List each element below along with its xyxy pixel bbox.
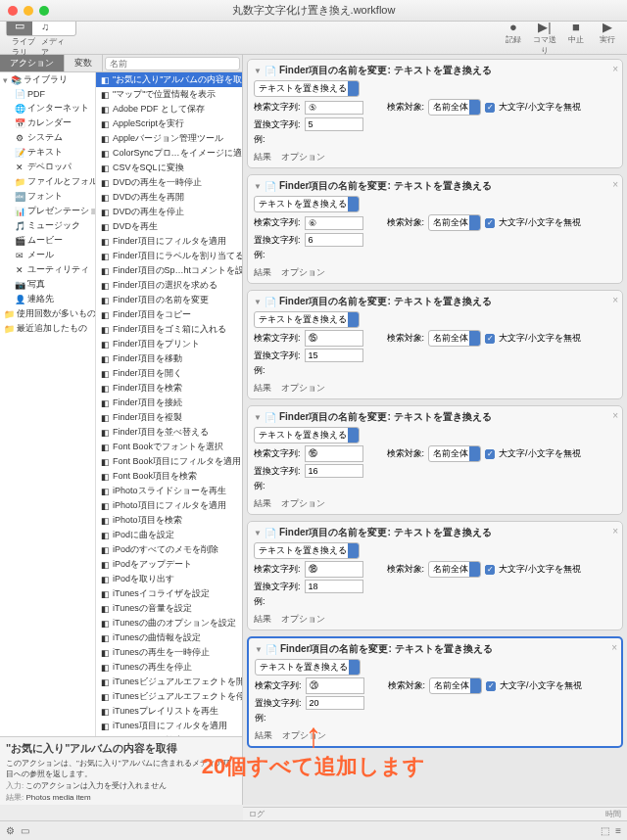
mode-select[interactable]: テキストを置き換える [254, 542, 360, 559]
action-item[interactable]: ◧ColorSyncプロ…をイメージに適用 [96, 146, 242, 161]
list-item[interactable]: 📅カレンダー [0, 116, 95, 130]
action-item[interactable]: ◧Finder項目をプリント [96, 337, 242, 351]
action-item[interactable]: ◧Finder項目をゴミ箱に入れる [96, 322, 242, 337]
action-item[interactable]: ◧Finder項目を接続 [96, 396, 242, 410]
action-item[interactable]: ◧iTunesの曲のオプションを設定 [96, 616, 242, 630]
options-button[interactable]: オプション [281, 266, 325, 279]
flow-icon[interactable]: ⬚ [601, 825, 609, 836]
action-item[interactable]: ◧Finder項目を開く [96, 366, 242, 381]
action-item[interactable]: ◧iTunesの再生を停止 [96, 660, 242, 675]
list-item[interactable]: 📊プレゼンテーション [0, 204, 95, 218]
replace-input[interactable]: 6 [305, 233, 363, 247]
list-item[interactable]: 📁最近追加したもの [0, 321, 95, 336]
action-item[interactable]: ◧Font Bookでフォントを選択 [96, 440, 242, 454]
mode-select[interactable]: テキストを置き換える [254, 196, 360, 212]
tab-variable[interactable]: 変数 [65, 55, 103, 71]
action-item[interactable]: ◧iPhoto項目を検索 [96, 513, 242, 528]
find-input[interactable]: ⑤ [305, 101, 363, 115]
target-select[interactable]: 名前全体 [428, 330, 481, 347]
action-item[interactable]: ◧iPhoto項目にフィルタを適用 [96, 498, 242, 513]
action-item[interactable]: ◧Finder項目を移動 [96, 351, 242, 366]
close-icon[interactable]: × [612, 295, 618, 305]
result-button[interactable]: 結果 [255, 729, 272, 742]
target-select[interactable]: 名前全体 [429, 677, 482, 694]
replace-input[interactable]: 5 [305, 117, 363, 131]
action-item[interactable]: ◧Finder項目を複製 [96, 410, 242, 425]
list-item[interactable]: 🔤フォント [0, 189, 95, 204]
mode-select[interactable]: テキストを置き換える [254, 80, 360, 97]
workflow-action[interactable]: ×▼📄Finder項目の名前を変更: テキストを置き換えるテキストを置き換える検… [247, 521, 623, 630]
action-item[interactable]: ◧Font Book項目にフィルタを適用 [96, 454, 242, 469]
replace-input[interactable]: 16 [305, 464, 363, 478]
action-item[interactable]: ◧iPodのすべてのメモを削除 [96, 542, 242, 557]
result-button[interactable]: 結果 [254, 497, 271, 510]
result-button[interactable]: 結果 [254, 266, 271, 279]
search-input[interactable] [105, 57, 240, 70]
find-input[interactable]: ⑥ [305, 216, 363, 230]
replace-input[interactable]: 18 [305, 580, 363, 593]
workflow-canvas[interactable]: ×▼📄Finder項目の名前を変更: テキストを置き換えるテキストを置き換える検… [243, 55, 627, 805]
action-item[interactable]: ◧Appleバージョン管理ツール [96, 131, 242, 146]
list-item[interactable]: ✕デベロッパ [0, 160, 95, 174]
action-item[interactable]: ◧iTunesの音量を設定 [96, 601, 242, 616]
close-icon[interactable]: × [612, 410, 618, 421]
target-select[interactable]: 名前全体 [428, 99, 481, 116]
action-item[interactable]: ◧iPhotoスライドショーを再生 [96, 484, 242, 498]
list-item[interactable]: ✕ユーティリティ [0, 262, 95, 277]
list-item[interactable]: 🌐インターネット [0, 101, 95, 116]
mode-select[interactable]: テキストを置き換える [254, 427, 360, 443]
list-item[interactable]: 📷写真 [0, 277, 95, 292]
result-button[interactable]: 結果 [254, 613, 271, 626]
close-icon[interactable]: × [612, 64, 618, 74]
action-item[interactable]: ◧iTunesの曲情報を設定 [96, 630, 242, 645]
find-input[interactable]: ⑱ [305, 561, 363, 578]
action-item[interactable]: ◧Finder項目をコピー [96, 307, 242, 322]
target-select[interactable]: 名前全体 [428, 214, 481, 231]
action-item[interactable]: ◧Font Book項目を検索 [96, 469, 242, 484]
list-item[interactable]: 👤連絡先 [0, 292, 95, 306]
action-item[interactable]: ◧iTunesイコライザを設定 [96, 586, 242, 601]
result-button[interactable]: 結果 [254, 151, 271, 163]
list-item[interactable]: ✉メール [0, 248, 95, 262]
close-icon[interactable]: × [612, 179, 618, 190]
list-item[interactable]: 📁使用回数が多いもの [0, 306, 95, 321]
case-checkbox[interactable]: ✓ [486, 681, 496, 691]
action-item[interactable]: ◧iTunesビジュアルエフェクトを停止 [96, 689, 242, 704]
settings-icon[interactable]: ⚙ [6, 825, 15, 836]
sidebar-toggle-icon[interactable]: ▭ [21, 825, 29, 836]
workflow-action[interactable]: ×▼📄Finder項目の名前を変更: テキストを置き換えるテキストを置き換える検… [247, 290, 623, 399]
options-button[interactable]: オプション [281, 497, 325, 510]
list-item[interactable]: 📁ファイルとフォルダ [0, 174, 95, 189]
action-item[interactable]: ◧Finder項目の名前を変更 [96, 293, 242, 307]
action-item[interactable]: ◧iPodを取り出す [96, 572, 242, 586]
step-button[interactable]: ▶|コマ送り [531, 21, 558, 56]
mode-select[interactable]: テキストを置き換える [254, 311, 360, 328]
case-checkbox[interactable]: ✓ [485, 449, 495, 459]
case-checkbox[interactable]: ✓ [485, 334, 495, 344]
action-item[interactable]: ◧Finder項目にフィルタを適用 [96, 234, 242, 249]
library-categories[interactable]: ▾📚ライブラリ📄PDF🌐インターネット📅カレンダー⚙システム📝テキスト✕デベロッ… [0, 72, 96, 736]
case-checkbox[interactable]: ✓ [485, 103, 495, 113]
stop-button[interactable]: ■中止 [562, 21, 590, 56]
close-icon[interactable]: × [612, 526, 618, 537]
action-item[interactable]: ◧DVDを再生 [96, 219, 242, 234]
action-item[interactable]: ◧iTunesビジュアルエフェクトを開始 [96, 675, 242, 689]
action-item[interactable]: ◧iTunesの再生を一時停止 [96, 645, 242, 660]
tab-action[interactable]: アクション [0, 55, 65, 71]
target-select[interactable]: 名前全体 [428, 445, 481, 462]
list-icon[interactable]: ≡ [615, 825, 621, 836]
find-input[interactable]: ⑮ [305, 330, 363, 347]
action-item[interactable]: ◧iTunes項目にフィルタを適用 [96, 719, 242, 733]
result-button[interactable]: 結果 [254, 382, 271, 395]
case-checkbox[interactable]: ✓ [485, 565, 495, 575]
action-item[interactable]: ◧AppleScriptを実行 [96, 117, 242, 131]
action-item[interactable]: ◧iPodに曲を設定 [96, 528, 242, 542]
action-item[interactable]: ◧Finder項目にラベルを割り当てる [96, 249, 242, 263]
workflow-action[interactable]: ×▼📄Finder項目の名前を変更: テキストを置き換えるテキストを置き換える検… [247, 174, 623, 284]
action-item[interactable]: ◧DVDの再生を再開 [96, 190, 242, 205]
list-item[interactable]: 📄PDF [0, 87, 95, 101]
replace-input[interactable]: 15 [305, 349, 363, 362]
list-item[interactable]: ▾📚ライブラリ [0, 72, 95, 87]
actions-list[interactable]: ◧"お気に入り"アルバムの内容を取得◧"マップ"で位置情報を表示◧Adobe P… [96, 72, 242, 736]
action-item[interactable]: ◧Finder項目を検索 [96, 381, 242, 396]
